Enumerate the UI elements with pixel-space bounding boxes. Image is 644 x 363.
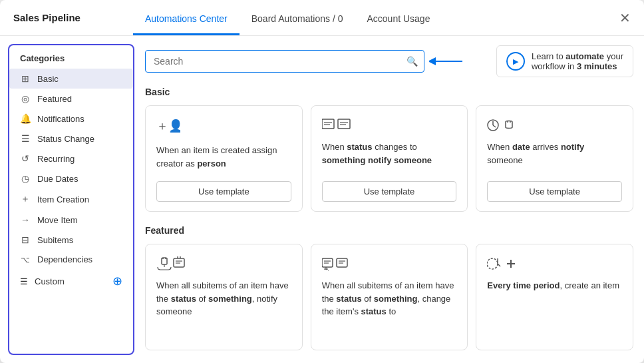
subitems-icon: ⊟	[20, 234, 31, 245]
search-arrow	[429, 55, 466, 68]
card-subitems-notify: When all subitems of an item have the st…	[145, 244, 303, 350]
tab-account-usage[interactable]: Account Usage	[355, 0, 442, 35]
learn-box: ▶ Learn to automate yourworkflow in 3 mi…	[496, 45, 633, 77]
app-window: Sales Pipeline Automations Center Board …	[0, 0, 644, 363]
card-icons-subitems-status	[322, 256, 457, 271]
play-button[interactable]: ▶	[506, 52, 525, 71]
card-icons-date	[487, 118, 622, 133]
card-text-assign: When an item is created assign creator a…	[156, 144, 291, 172]
add-custom-icon[interactable]: ⊕	[112, 274, 122, 288]
card-text-status: When status changes to something notify …	[322, 141, 457, 172]
sidebar-item-basic[interactable]: ⊞ Basic	[9, 69, 133, 89]
svg-text:＋: ＋	[156, 119, 168, 133]
sidebar-item-subitems[interactable]: ⊟ Subitems	[9, 230, 133, 250]
search-input[interactable]	[145, 50, 424, 73]
section-featured-label: Featured	[145, 225, 633, 236]
diamond-icon: ◎	[20, 93, 31, 104]
card-text-time-period: Every time period, create an item	[487, 279, 622, 340]
sidebar: Categories ⊞ Basic ◎ Featured 🔔 Notifica…	[8, 44, 134, 355]
sidebar-item-move-item[interactable]: → Move Item	[9, 210, 133, 230]
card-icons-status	[322, 118, 457, 133]
content-area: 🔍 ▶ Learn to automate yourworkflow in 3 …	[134, 36, 644, 363]
sidebar-item-featured[interactable]: ◎ Featured	[9, 89, 133, 109]
sidebar-item-status-change[interactable]: ☰ Status Change	[9, 129, 133, 149]
svg-rect-4	[322, 119, 334, 129]
card-subitems-status: When all subitems of an item have the st…	[311, 244, 468, 350]
plus-icon: ＋	[20, 193, 31, 205]
grid-icon: ⊞	[20, 73, 31, 84]
card-icons-time-period	[487, 256, 622, 271]
recurring-icon: ↺	[20, 153, 31, 164]
sidebar-item-item-creation[interactable]: ＋ Item Creation	[9, 188, 133, 210]
nav-tabs: Automations Center Board Automations / 0…	[133, 0, 442, 35]
card-time-period: Every time period, create an item	[476, 244, 633, 350]
bell-icon: 🔔	[20, 113, 31, 124]
list-icon: ☰	[20, 133, 31, 144]
card-status-notify: When status changes to something notify …	[311, 105, 468, 212]
clock-icon: ◷	[20, 173, 31, 184]
sidebar-item-recurring[interactable]: ↺ Recurring	[9, 149, 133, 169]
card-text-date: When date arrives notify someone	[487, 141, 622, 172]
section-basic-label: Basic	[145, 87, 633, 97]
sidebar-header: Categories	[9, 45, 133, 69]
sidebar-item-dependencies[interactable]: ⌥ Dependencies	[9, 250, 133, 269]
card-text-subitems-status: When all subitems of an item have the st…	[322, 279, 457, 340]
svg-rect-7	[338, 119, 350, 129]
dependencies-icon: ⌥	[20, 255, 31, 264]
tab-automations-center[interactable]: Automations Center	[133, 0, 240, 35]
search-box: 🔍	[145, 50, 424, 73]
featured-cards-row: When all subitems of an item have the st…	[145, 244, 633, 350]
card-date-notify: When date arrives notify someone Use tem…	[476, 105, 633, 212]
use-template-button-assign[interactable]: Use template	[156, 181, 291, 202]
close-button[interactable]: ✕	[619, 11, 631, 25]
card-text-subitems-notify: When all subitems of an item have the st…	[156, 279, 291, 340]
tab-board-automations[interactable]: Board Automations / 0	[240, 0, 355, 35]
card-icons-assign: ＋ 👤	[156, 118, 291, 136]
main-content: Categories ⊞ Basic ◎ Featured 🔔 Notifica…	[0, 36, 644, 363]
card-assign-creator: ＋ 👤 When an item is created assign creat…	[145, 105, 303, 212]
plus-person-icon: ＋ 👤	[156, 118, 180, 136]
search-row: 🔍 ▶ Learn to automate yourworkflow in 3 …	[145, 45, 633, 77]
titlebar: Sales Pipeline Automations Center Board …	[0, 0, 644, 36]
basic-cards-row: ＋ 👤 When an item is created assign creat…	[145, 105, 633, 212]
use-template-button-date[interactable]: Use template	[487, 181, 622, 202]
app-title: Sales Pipeline	[13, 12, 93, 23]
sidebar-item-notifications[interactable]: 🔔 Notifications	[9, 109, 133, 129]
svg-text:👤: 👤	[168, 119, 180, 133]
card-icons-subitems-notify	[156, 256, 291, 271]
learn-text: Learn to automate yourworkflow in 3 minu…	[532, 51, 623, 71]
arrow-icon: →	[20, 214, 31, 225]
sidebar-item-due-dates[interactable]: ◷ Due Dates	[9, 169, 133, 188]
search-icon: 🔍	[406, 56, 418, 67]
use-template-button-status[interactable]: Use template	[322, 181, 457, 202]
custom-icon: ☰	[20, 276, 28, 286]
svg-line-12	[493, 125, 496, 127]
sidebar-item-custom[interactable]: ☰ Custom ⊕	[9, 269, 133, 293]
